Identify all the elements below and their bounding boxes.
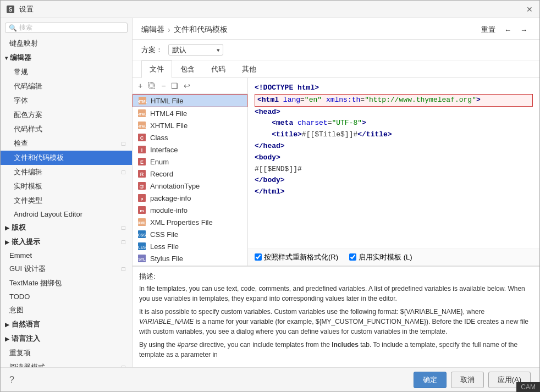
css-file-icon: CSS [137,230,147,239]
sidebar-item-code-editing[interactable]: 代码编辑 [1,79,132,93]
file-item-enum[interactable]: E Enum [133,156,247,168]
code-editor[interactable]: <!DOCTYPE html> <html lang="en" xmlns:th… [248,78,539,249]
sidebar-item-inline-hints[interactable]: ▶ 嵌入提示 □ [1,235,132,249]
code-line-1: <!DOCTYPE html> [255,82,533,94]
reset-button[interactable]: 重置 [478,24,499,36]
file-item-label: CSS File [150,230,178,239]
copyright-badge: □ [122,224,125,231]
file-item-interface[interactable]: I Interface [133,143,247,156]
code-line-6: </head> [255,141,533,152]
titlebar: S 设置 ✕ [1,1,539,18]
description-title: 描述: [139,271,533,282]
chevron-right-icon: ▶ [5,225,9,231]
sidebar-item-font[interactable]: 字体 [1,93,132,108]
file-item-stylus[interactable]: STL Stylus File [133,252,247,264]
annotation-file-icon: @ [137,181,147,190]
code-line-4: <meta charset="UTF-8"> [255,118,533,129]
file-item-html[interactable]: HTML HTML File [133,94,247,107]
sidebar-item-inspections[interactable]: 检查 □ [1,136,132,151]
sidebar-item-label: 配色方案 [14,110,42,120]
sidebar-item-reader-mode[interactable]: 阅读器模式 □ [1,360,132,367]
sidebar-item-label: TODO [9,292,30,301]
sidebar-item-label: 版权 [12,223,26,233]
forward-button[interactable]: → [517,25,531,35]
scheme-select[interactable]: 默认 [168,44,223,56]
description-para-2: It is also possible to specify custom va… [139,307,533,336]
tab-files[interactable]: 文件 [141,60,172,78]
file-item-xml-properties[interactable]: XML XML Properties File [133,216,247,228]
sidebar-item-android-layout[interactable]: Android Layout Editor [1,208,132,220]
file-item-label: AnnotationType [150,182,200,190]
sidebar-item-label: 自然语言 [12,319,40,329]
sidebar-item-keymaps[interactable]: 键盘映射 [1,36,132,51]
sidebar-item-emmet[interactable]: Emmet [1,249,132,262]
ok-button[interactable]: 确定 [414,372,447,388]
svg-text:E: E [140,159,144,165]
scheme-select-wrap[interactable]: 默认 [168,44,223,56]
file-item-sass[interactable]: S Sass File [133,264,247,266]
sidebar-item-gui-designer[interactable]: GUI 设计器 □ [1,262,132,276]
sidebar-item-live-templates[interactable]: 实时模板 [1,179,132,194]
sidebar-item-copyright[interactable]: ▶ 版权 □ [1,220,132,235]
sidebar-item-label: 检查 [14,139,28,148]
sidebar-item-general[interactable]: 常规 [1,65,132,79]
file-item-package-info[interactable]: p package-info [133,192,247,204]
file-item-label: HTML4 File [150,109,187,118]
sidebar-item-color-scheme[interactable]: 配色方案 [1,108,132,122]
sidebar-item-todo[interactable]: TODO [1,290,132,303]
sidebar: 🔍 搜索 键盘映射 ▾ 编辑器 常规 代码编辑 字体 配色方案 [1,18,133,367]
revert-template-button[interactable]: ↩ [181,80,192,91]
file-item-module-info[interactable]: m module-info [133,204,247,216]
copy-template-button[interactable]: ⿻ [146,80,158,91]
sidebar-item-file-editing[interactable]: 文件编辑 □ [1,165,132,179]
cancel-button[interactable]: 取消 [451,372,484,388]
chevron-right-icon3: ▶ [5,322,9,328]
file-item-label: XHTML File [150,122,188,130]
file-item-less[interactable]: LES Less File [133,240,247,252]
sidebar-item-intention[interactable]: 意图 [1,303,132,317]
sidebar-item-label: 代码编辑 [14,81,42,91]
tab-includes[interactable]: 包含 [172,60,203,78]
chevron-right-icon2: ▶ [5,239,9,245]
svg-text:HTML: HTML [137,125,146,128]
tab-code[interactable]: 代码 [203,60,234,78]
reformat-label: 按照样式重新格式化(R) [264,252,338,262]
search-box[interactable]: 🔍 搜索 [5,23,128,33]
breadcrumb-current: 文件和代码模板 [174,25,228,35]
file-item-label: Class [150,134,168,142]
sidebar-item-label: 常规 [14,67,28,77]
live-template-checkbox[interactable] [349,253,356,261]
sidebar-item-file-types[interactable]: 文件类型 [1,194,132,208]
sidebar-item-textmate[interactable]: TextMate 捆绑包 [1,276,132,290]
sidebar-item-label: Android Layout Editor [14,210,82,218]
sidebar-item-natural-lang[interactable]: ▶ 自然语言 [1,317,132,332]
file-item-annotation[interactable]: @ AnnotationType [133,180,247,192]
file-item-class[interactable]: C Class [133,131,247,143]
help-button[interactable]: ? [9,375,14,385]
live-template-checkbox-label[interactable]: 启用实时模板 (L) [349,252,412,262]
back-button[interactable]: ← [501,25,515,35]
file-item-record[interactable]: R Record [133,168,247,180]
file-editor-split: + ⿻ − ❑ ↩ HTML [133,78,539,266]
file-item-css[interactable]: CSS CSS File [133,228,247,240]
code-line-7: <body> [255,152,533,164]
module-info-icon: m [137,206,147,214]
file-item-xhtml[interactable]: HTML XHTML File [133,119,247,131]
code-line-5: <title>#[[$Title$]]#</title> [255,129,533,141]
file-list-panel: + ⿻ − ❑ ↩ HTML [133,78,248,266]
file-item-html4[interactable]: HTML HTML4 File [133,107,247,119]
sidebar-item-file-code-templates[interactable]: 文件和代码模板 [1,151,132,165]
svg-text:C: C [140,135,144,141]
close-button[interactable]: ✕ [525,5,534,14]
remove-template-button[interactable]: − [159,80,168,91]
sidebar-item-duplicates[interactable]: 重复项 [1,346,132,360]
chevron-down-icon: ▾ [5,55,8,61]
add-template-button[interactable]: + [136,80,145,91]
duplicate-template-button[interactable]: ❑ [169,80,180,91]
reformat-checkbox[interactable] [255,253,262,261]
sidebar-item-editor[interactable]: ▾ 编辑器 [1,51,132,65]
sidebar-item-code-style[interactable]: 代码样式 [1,122,132,136]
tab-other[interactable]: 其他 [234,60,265,78]
sidebar-item-lang-inject[interactable]: ▶ 语言注入 [1,332,132,346]
reformat-checkbox-label[interactable]: 按照样式重新格式化(R) [255,252,338,262]
